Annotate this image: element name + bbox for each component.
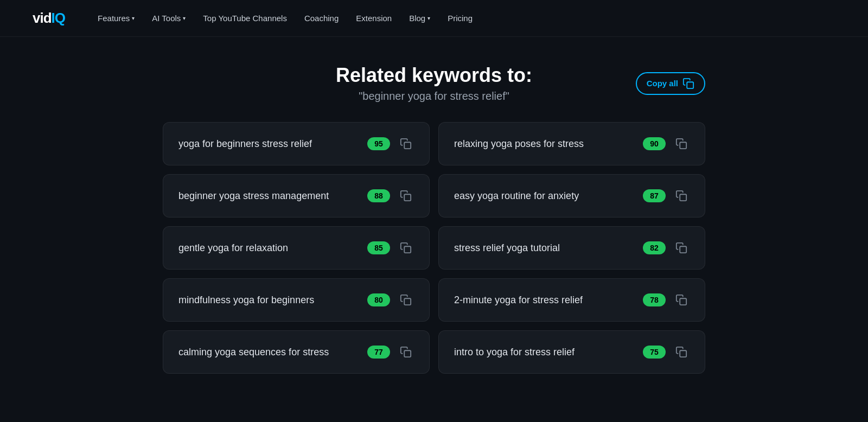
copy-keyword-button[interactable] [673, 240, 690, 256]
nav-link-label: Top YouTube Channels [203, 14, 287, 23]
nav-item-ai-tools[interactable]: AI Tools▾ [152, 14, 186, 23]
keyword-actions: 82 [643, 240, 690, 256]
copy-icon [675, 346, 687, 358]
chevron-down-icon: ▾ [132, 15, 135, 21]
logo[interactable]: vidIQ [33, 10, 65, 27]
keyword-card: easy yoga routine for anxiety87 [438, 174, 705, 218]
keyword-text: yoga for beginners stress relief [178, 138, 312, 150]
copy-keyword-button[interactable] [398, 240, 414, 256]
keyword-text: calming yoga sequences for stress [178, 347, 329, 358]
keywords-grid: yoga for beginners stress relief95 relax… [163, 122, 705, 374]
copy-keyword-button[interactable] [673, 188, 690, 204]
nav-item-top-youtube-channels[interactable]: Top YouTube Channels [203, 14, 287, 23]
keyword-text: 2-minute yoga for stress relief [454, 295, 583, 306]
svg-rect-10 [680, 350, 686, 357]
score-badge: 90 [643, 137, 666, 150]
keyword-text: relaxing yoga poses for stress [454, 138, 584, 150]
keyword-actions: 88 [367, 188, 414, 204]
svg-rect-9 [404, 350, 411, 357]
nav-link-label: Features [98, 14, 130, 23]
nav-link-1[interactable]: AI Tools▾ [152, 14, 186, 23]
score-badge: 85 [367, 241, 390, 254]
svg-rect-1 [404, 142, 411, 149]
keyword-actions: 90 [643, 136, 690, 152]
keyword-card: gentle yoga for relaxation85 [163, 226, 430, 270]
copy-icon [400, 346, 412, 358]
keyword-actions: 95 [367, 136, 414, 152]
page-subtitle: "beginner yoga for stress relief" [359, 90, 509, 103]
nav-link-3[interactable]: Coaching [304, 14, 339, 23]
nav-link-label: Coaching [304, 14, 339, 23]
copy-keyword-button[interactable] [398, 188, 414, 204]
keyword-text: stress relief yoga tutorial [454, 242, 560, 254]
copy-icon [675, 242, 687, 254]
nav-link-4[interactable]: Extension [356, 14, 392, 23]
nav-links: Features▾AI Tools▾Top YouTube ChannelsCo… [98, 14, 473, 23]
copy-icon [400, 190, 412, 202]
logo-iq: IQ [52, 10, 65, 27]
svg-rect-3 [404, 194, 411, 201]
svg-rect-7 [404, 298, 411, 305]
copy-keyword-button[interactable] [398, 292, 414, 308]
nav-link-label: AI Tools [152, 14, 181, 23]
score-badge: 95 [367, 137, 390, 150]
nav-link-0[interactable]: Features▾ [98, 14, 135, 23]
copy-all-icon [682, 78, 694, 89]
copy-icon [400, 242, 412, 254]
score-badge: 75 [643, 346, 666, 359]
keyword-text: beginner yoga stress management [178, 190, 329, 202]
copy-icon [400, 138, 412, 150]
score-badge: 87 [643, 189, 666, 202]
copy-keyword-button[interactable] [673, 136, 690, 152]
copy-keyword-button[interactable] [398, 344, 414, 360]
keyword-actions: 80 [367, 292, 414, 308]
svg-rect-2 [680, 142, 686, 149]
nav-item-coaching[interactable]: Coaching [304, 14, 339, 23]
svg-rect-0 [687, 82, 693, 88]
copy-icon [675, 138, 687, 150]
keyword-card: 2-minute yoga for stress relief78 [438, 278, 705, 322]
keyword-text: gentle yoga for relaxation [178, 242, 288, 254]
keyword-card: intro to yoga for stress relief75 [438, 330, 705, 374]
nav-item-features[interactable]: Features▾ [98, 14, 135, 23]
copy-icon [675, 190, 687, 202]
keyword-text: intro to yoga for stress relief [454, 347, 575, 358]
nav-item-blog[interactable]: Blog▾ [409, 14, 430, 23]
nav-link-label: Pricing [448, 14, 473, 23]
nav-link-5[interactable]: Blog▾ [409, 14, 430, 23]
logo-vid: vid [33, 10, 52, 27]
nav-item-pricing[interactable]: Pricing [448, 14, 473, 23]
keyword-actions: 77 [367, 344, 414, 360]
keyword-card: stress relief yoga tutorial82 [438, 226, 705, 270]
keyword-actions: 85 [367, 240, 414, 256]
score-badge: 82 [643, 241, 666, 254]
keyword-card: relaxing yoga poses for stress90 [438, 122, 705, 165]
keyword-actions: 78 [643, 292, 690, 308]
chevron-down-icon: ▾ [183, 15, 186, 21]
keyword-card: calming yoga sequences for stress77 [163, 330, 430, 374]
score-badge: 77 [367, 346, 390, 359]
score-badge: 78 [643, 293, 666, 306]
keyword-actions: 75 [643, 344, 690, 360]
copy-keyword-button[interactable] [673, 292, 690, 308]
keyword-text: easy yoga routine for anxiety [454, 190, 579, 202]
keyword-text: mindfulness yoga for beginners [178, 295, 314, 306]
keyword-card: yoga for beginners stress relief95 [163, 122, 430, 165]
copy-keyword-button[interactable] [673, 344, 690, 360]
page-title: Related keywords to: [336, 64, 532, 87]
nav-link-2[interactable]: Top YouTube Channels [203, 14, 287, 23]
copy-keyword-button[interactable] [398, 136, 414, 152]
nav-link-label: Extension [356, 14, 392, 23]
navbar: vidIQ Features▾AI Tools▾Top YouTube Chan… [0, 0, 868, 37]
svg-rect-4 [680, 194, 686, 201]
main-content: Related keywords to: "beginner yoga for … [0, 37, 868, 395]
nav-link-6[interactable]: Pricing [448, 14, 473, 23]
svg-rect-8 [680, 298, 686, 305]
score-badge: 88 [367, 189, 390, 202]
header-section: Related keywords to: "beginner yoga for … [163, 64, 705, 103]
keyword-card: mindfulness yoga for beginners80 [163, 278, 430, 322]
copy-all-button[interactable]: Copy all [636, 72, 705, 95]
chevron-down-icon: ▾ [427, 15, 430, 21]
svg-rect-6 [680, 246, 686, 253]
nav-item-extension[interactable]: Extension [356, 14, 392, 23]
